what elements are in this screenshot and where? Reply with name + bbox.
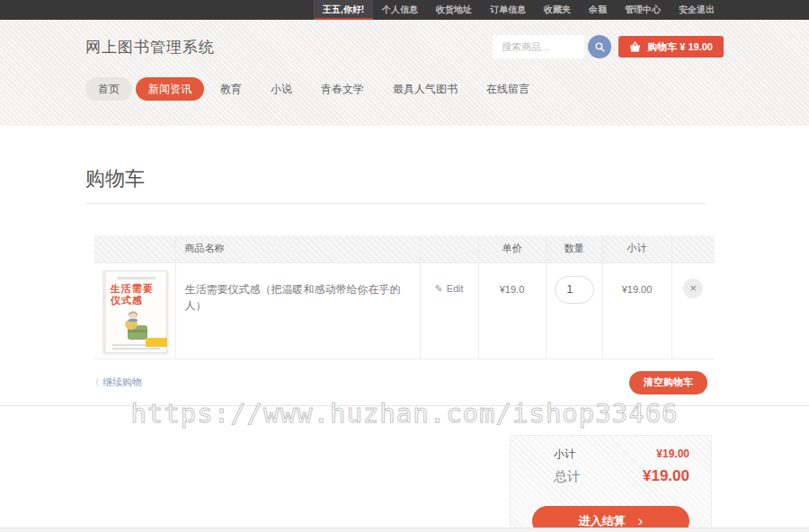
quantity-input[interactable] bbox=[555, 276, 594, 304]
topbar-item-balance[interactable]: 余额 bbox=[580, 0, 616, 20]
order-summary: 小计 ¥19.00 总计 ¥19.00 进入结算 › bbox=[510, 435, 712, 532]
topbar-item-profile[interactable]: 个人信息 bbox=[373, 0, 427, 20]
edit-cell: ✎Edit bbox=[420, 262, 478, 359]
subtotal-value: ¥19.00 bbox=[656, 448, 689, 460]
footer-strip bbox=[0, 528, 809, 532]
header: 网上图书管理系统 购物车 ¥ 19.00 首页 bbox=[0, 20, 809, 126]
cart-actions: 〈 继续购物 清空购物车 bbox=[90, 371, 715, 395]
nav-item-education[interactable]: 教育 bbox=[208, 77, 254, 101]
main-nav: 首页 新闻资讯 教育 小说 青春文学 最具人气图书 在线留言 bbox=[85, 77, 724, 101]
page: 王五,你好! 个人信息 收货地址 订单信息 收藏夹 余额 管理中心 安全退出 网… bbox=[0, 0, 809, 532]
magnifier-icon bbox=[594, 41, 606, 53]
topbar-item-orders[interactable]: 订单信息 bbox=[481, 0, 535, 20]
nav-item-novel[interactable]: 小说 bbox=[258, 77, 305, 101]
clear-cart-button[interactable]: 清空购物车 bbox=[629, 371, 707, 395]
site-title: 网上图书管理系统 bbox=[85, 37, 493, 58]
column-unit-price: 单价 bbox=[478, 235, 546, 262]
subtotal-label: 小计 bbox=[554, 447, 575, 462]
nav-item-popular-books[interactable]: 最具人气图书 bbox=[380, 77, 470, 101]
topbar: 王五,你好! 个人信息 收货地址 订单信息 收藏夹 余额 管理中心 安全退出 bbox=[0, 0, 809, 20]
product-name: 生活需要仪式感（把温暖和感动带给你在乎的人） bbox=[175, 262, 420, 359]
edit-link[interactable]: ✎Edit bbox=[434, 283, 463, 294]
cart-table-header-row: 商品名称 单价 数量 小计 bbox=[94, 235, 715, 262]
book-cover-badge bbox=[146, 338, 167, 347]
title-divider bbox=[85, 203, 706, 204]
column-subtotal: 小计 bbox=[602, 235, 671, 262]
total-value: ¥19.00 bbox=[643, 467, 689, 485]
book-cover-subtitle-line bbox=[117, 277, 156, 279]
column-quantity: 数量 bbox=[546, 235, 602, 262]
unit-price: ¥19.0 bbox=[478, 262, 546, 359]
watermark-text: https://www.huzhan.com/ishop33466 bbox=[0, 398, 809, 429]
nav-item-home[interactable]: 首页 bbox=[85, 77, 132, 101]
delete-cell: × bbox=[671, 262, 715, 359]
cart-table: 商品名称 单价 数量 小计 生活需要 bbox=[94, 235, 715, 359]
page-title: 购物车 bbox=[85, 165, 724, 192]
continue-shopping-link[interactable]: 〈 继续购物 bbox=[90, 376, 142, 389]
checkout-button-label: 进入结算 bbox=[579, 513, 626, 529]
column-product-name: 商品名称 bbox=[175, 235, 420, 262]
main-content: 购物车 商品名称 单价 数量 小计 bbox=[0, 165, 809, 532]
search-button[interactable] bbox=[588, 35, 611, 58]
summary-subtotal-row: 小计 ¥19.00 bbox=[532, 447, 689, 467]
topbar-item-greeting[interactable]: 王五,你好! bbox=[314, 0, 373, 20]
pencil-icon: ✎ bbox=[434, 283, 442, 294]
nav-item-message-board[interactable]: 在线留言 bbox=[474, 77, 542, 101]
cart-button[interactable]: 购物车 ¥ 19.00 bbox=[618, 36, 724, 58]
product-image-cell: 生活需要 仪式感 bbox=[94, 262, 175, 359]
quantity-cell bbox=[546, 262, 602, 359]
column-delete bbox=[671, 235, 715, 262]
chevron-right-icon: › bbox=[638, 513, 643, 529]
cart-icon bbox=[629, 41, 641, 52]
nav-item-youth-literature[interactable]: 青春文学 bbox=[308, 77, 377, 101]
topbar-item-admin-center[interactable]: 管理中心 bbox=[616, 0, 670, 20]
nav-item-news[interactable]: 新闻资讯 bbox=[136, 77, 204, 101]
topbar-item-logout[interactable]: 安全退出 bbox=[670, 0, 724, 20]
book-cover: 生活需要 仪式感 bbox=[102, 270, 167, 353]
column-image bbox=[94, 235, 175, 262]
column-edit bbox=[420, 235, 478, 262]
delete-item-button[interactable]: × bbox=[683, 279, 703, 298]
topbar-item-favorites[interactable]: 收藏夹 bbox=[535, 0, 580, 20]
summary-total-row: 总计 ¥19.00 bbox=[532, 467, 689, 491]
topbar-item-address[interactable]: 收货地址 bbox=[427, 0, 481, 20]
cart-button-label: 购物车 ¥ 19.00 bbox=[647, 40, 713, 54]
search-input[interactable] bbox=[493, 35, 584, 58]
total-label: 总计 bbox=[554, 468, 581, 485]
book-cover-title: 生活需要 仪式感 bbox=[111, 283, 162, 306]
watermark-zone: https://www.huzhan.com/ishop33466 bbox=[0, 398, 809, 431]
search-group bbox=[493, 35, 611, 58]
line-subtotal: ¥19.00 bbox=[602, 262, 671, 359]
cart-row: 生活需要 仪式感 bbox=[94, 262, 715, 359]
